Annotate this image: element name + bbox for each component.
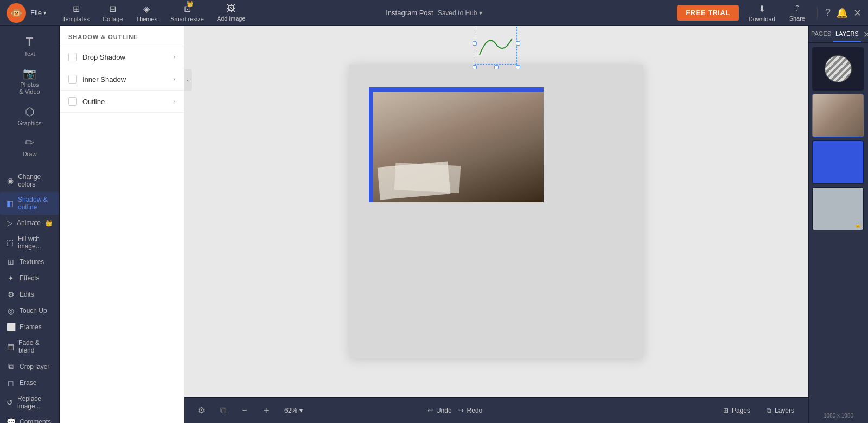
comments-icon: 💬 bbox=[7, 418, 15, 423]
download-button[interactable]: ⬇ Download bbox=[744, 2, 780, 24]
handle-ml[interactable] bbox=[473, 41, 477, 46]
close-right-panel[interactable]: ✕ bbox=[861, 26, 868, 42]
crop-button[interactable]: ⧉ bbox=[215, 402, 231, 419]
inner-shadow-item[interactable]: Inner Shadow › bbox=[60, 68, 184, 91]
edits-icon: ⚙ bbox=[7, 290, 15, 299]
free-trial-button[interactable]: FREE TRIAL bbox=[677, 5, 739, 21]
sidebar-item-draw[interactable]: ✏ Draw bbox=[5, 132, 54, 162]
handle-bm[interactable] bbox=[494, 65, 499, 69]
text-label: Text bbox=[24, 50, 35, 57]
layer-blue-preview bbox=[813, 141, 863, 183]
drop-shadow-checkbox[interactable] bbox=[68, 53, 77, 61]
tool-collage[interactable]: ⊟ Collage bbox=[97, 2, 128, 24]
sidebar-item-photos[interactable]: 📷 Photos& Video bbox=[5, 62, 54, 100]
graphics-icon: ⬡ bbox=[25, 105, 34, 118]
settings-button[interactable]: ⚙ bbox=[193, 402, 209, 419]
outline-item[interactable]: Outline › bbox=[60, 91, 184, 113]
handle-br[interactable] bbox=[516, 65, 520, 69]
undo-icon2: ↩ bbox=[427, 407, 433, 414]
bottom-bar-center: ↩ Undo ↪ Redo bbox=[427, 407, 482, 414]
textures-icon: ⊞ bbox=[7, 258, 15, 266]
canvas-size-label: 1080 x 1080 bbox=[809, 413, 868, 423]
menu-animate[interactable]: ▷ Animate 👑 bbox=[0, 215, 59, 231]
add-image-label: Add image bbox=[217, 15, 246, 22]
topbar-tools: ⊞ Templates ⊟ Collage ◈ Themes ⊡👑 Smart … bbox=[57, 2, 251, 24]
tab-pages[interactable]: PAGES bbox=[809, 26, 833, 42]
help-button[interactable]: ? bbox=[825, 7, 831, 18]
templates-icon: ⊞ bbox=[73, 4, 80, 14]
zoom-in-button[interactable]: + bbox=[258, 402, 275, 419]
layer-thumb-1[interactable] bbox=[812, 47, 864, 91]
tool-add-image[interactable]: 🖼 Add image bbox=[212, 2, 251, 24]
panel-collapse-button[interactable]: ‹ bbox=[184, 69, 192, 91]
tool-templates[interactable]: ⊞ Templates bbox=[57, 2, 95, 24]
download-icon: ⬇ bbox=[758, 4, 765, 14]
right-panel-content: 🔒 bbox=[809, 43, 868, 413]
sidebar-icons: T Text 📷 Photos& Video ⬡ Graphics ✏ Draw… bbox=[0, 26, 60, 423]
menu-fade-blend[interactable]: ▦ Fade & blend bbox=[0, 335, 59, 358]
shape-selection-container[interactable] bbox=[472, 26, 521, 70]
canvas-photo-element[interactable] bbox=[369, 87, 544, 202]
menu-touch-up[interactable]: ◎ Touch Up bbox=[0, 303, 59, 319]
menu-edits[interactable]: ⚙ Edits bbox=[0, 286, 59, 303]
pages-icon: ⊞ bbox=[723, 407, 729, 414]
animate-crown-icon: 👑 bbox=[45, 220, 53, 227]
collage-icon: ⊟ bbox=[109, 4, 116, 14]
shadow-panel: SHADOW & OUTLINE Drop Shadow › Inner Sha… bbox=[60, 26, 184, 423]
redo-icon2: ↪ bbox=[458, 407, 464, 414]
fade-blend-icon: ▦ bbox=[7, 342, 14, 351]
photos-label: Photos& Video bbox=[19, 81, 40, 95]
undo-button[interactable]: ↩ Undo bbox=[427, 407, 452, 414]
menu-replace-image[interactable]: ↺ Replace image... bbox=[0, 391, 59, 414]
zoom-display[interactable]: 62% ▾ bbox=[280, 405, 307, 416]
menu-frames[interactable]: ⬜ Frames bbox=[0, 319, 59, 335]
menu-shadow-outline[interactable]: ◧ Shadow & outline bbox=[0, 192, 59, 215]
notification-button[interactable]: 🔔 bbox=[836, 7, 848, 19]
layer-photo-preview bbox=[813, 94, 863, 137]
inner-shadow-checkbox[interactable] bbox=[68, 75, 77, 84]
tool-themes[interactable]: ◈ Themes bbox=[130, 2, 163, 24]
tool-smart-resize[interactable]: ⊡👑 Smart resize bbox=[165, 2, 209, 24]
layer-thumb-3[interactable] bbox=[812, 140, 864, 184]
share-button[interactable]: ⤴ Share bbox=[785, 2, 809, 24]
canvas-workspace[interactable] bbox=[184, 26, 808, 397]
canvas-bottom-bar: ⚙ ⧉ − + 62% ▾ ↩ Undo ↪ Redo ⊞ bbox=[184, 397, 808, 423]
edits-label: Edits bbox=[20, 291, 34, 298]
layer-thumb-4[interactable]: 🔒 bbox=[812, 187, 864, 230]
sidebar-item-graphics[interactable]: ⬡ Graphics bbox=[5, 101, 54, 131]
share-icon: ⤴ bbox=[795, 4, 799, 14]
smart-resize-icon: ⊡👑 bbox=[184, 4, 191, 14]
comments-label: Comments bbox=[20, 418, 51, 423]
bottom-bar-right: ⊞ Pages ⧉ Layers bbox=[718, 404, 800, 417]
pages-button[interactable]: ⊞ Pages bbox=[718, 404, 756, 417]
zoom-out-button[interactable]: − bbox=[237, 402, 253, 419]
menu-change-colors[interactable]: ◉ Change colors bbox=[0, 169, 59, 192]
graphics-label: Graphics bbox=[17, 120, 41, 126]
menu-effects[interactable]: ✦ Effects bbox=[0, 270, 59, 286]
crop-layer-label: Crop layer bbox=[20, 363, 49, 370]
layers-button[interactable]: ⧉ Layers bbox=[761, 404, 800, 417]
shadow-panel-title: SHADOW & OUTLINE bbox=[60, 26, 184, 46]
handle-mr[interactable] bbox=[516, 41, 520, 46]
text-icon: T bbox=[26, 35, 33, 49]
saved-status[interactable]: Saved to Hub ▾ bbox=[438, 9, 482, 17]
file-menu[interactable]: File ▾ bbox=[30, 9, 46, 17]
sidebar-item-text[interactable]: T Text bbox=[5, 30, 54, 61]
main-area: T Text 📷 Photos& Video ⬡ Graphics ✏ Draw… bbox=[0, 26, 868, 423]
menu-fill-with-image[interactable]: ⬚ Fill with image... bbox=[0, 231, 59, 254]
tab-layers[interactable]: LAYERS bbox=[833, 26, 861, 42]
effects-label: Effects bbox=[20, 274, 39, 282]
layer-thumb-2[interactable] bbox=[812, 94, 864, 137]
menu-crop-layer[interactable]: ⧉ Crop layer bbox=[0, 358, 59, 375]
close-button[interactable]: ✕ bbox=[853, 7, 861, 19]
inner-shadow-arrow: › bbox=[173, 75, 175, 83]
canvas-document bbox=[349, 65, 643, 358]
menu-comments[interactable]: 💬 Comments bbox=[0, 414, 59, 423]
outline-checkbox[interactable] bbox=[68, 97, 77, 106]
menu-textures[interactable]: ⊞ Textures bbox=[0, 254, 59, 270]
handle-bl[interactable] bbox=[473, 65, 477, 69]
drop-shadow-item[interactable]: Drop Shadow › bbox=[60, 46, 184, 68]
layers-icon: ⧉ bbox=[767, 407, 771, 414]
menu-erase[interactable]: ◻ Erase bbox=[0, 375, 59, 391]
redo-button[interactable]: ↪ Redo bbox=[458, 407, 483, 414]
